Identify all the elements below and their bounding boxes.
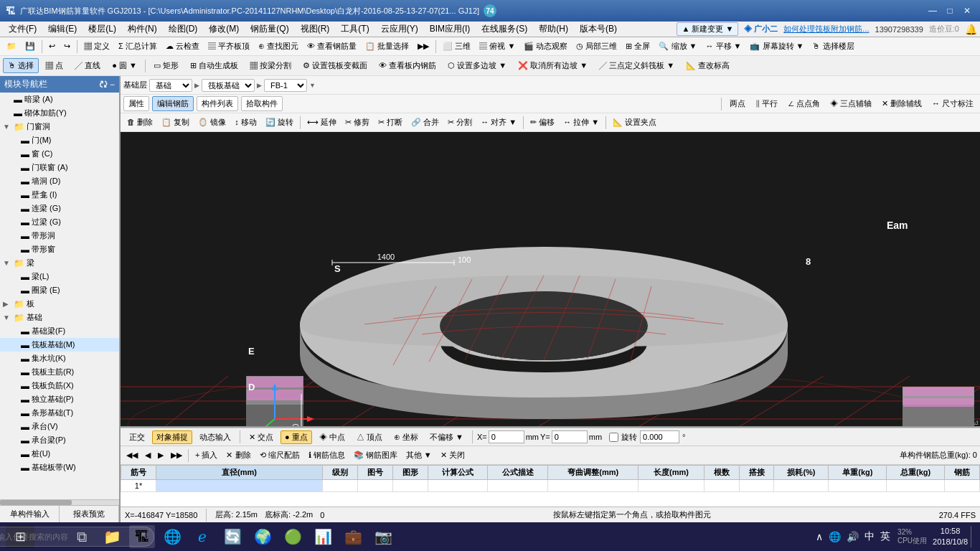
- tree-item-door[interactable]: ▬ 门(M): [0, 133, 119, 147]
- taskbar-task-view[interactable]: ⧉: [69, 525, 95, 548]
- trim-btn[interactable]: ✂ 修剪: [341, 115, 373, 130]
- tree-item-pile[interactable]: ▬ 桩(U): [0, 447, 119, 461]
- mirror-btn[interactable]: 🪞 镜像: [194, 115, 230, 130]
- tree-item-cap-beam[interactable]: ▬ 承台梁(P): [0, 433, 119, 447]
- select-floor-btn[interactable]: 🖱 选择楼层: [809, 39, 857, 54]
- fullscreen-btn[interactable]: ⊞ 全屏: [622, 39, 654, 54]
- brand-link[interactable]: ◈ 广小二: [744, 24, 778, 34]
- tree-item-masonry[interactable]: ▬ 砌体加筋(Y): [0, 106, 119, 120]
- rotate-input[interactable]: [640, 430, 679, 443]
- copy-btn[interactable]: 📋 复制: [158, 115, 193, 130]
- three-axis-btn[interactable]: ◈ 三点辅轴: [826, 96, 875, 111]
- screen-rotate-btn[interactable]: 📺 屏幕旋转 ▼: [746, 39, 807, 54]
- last-btn[interactable]: ▶▶: [168, 449, 185, 461]
- cloud-check-btn[interactable]: ☁ 云检查: [162, 39, 203, 54]
- batch-select-btn[interactable]: 📋 批量选择: [362, 39, 413, 54]
- rebar-lib-btn[interactable]: 📚 钢筋图库: [350, 448, 401, 463]
- menu-help[interactable]: 帮助(H): [533, 22, 574, 37]
- tree-item-anbeam[interactable]: ▬ 暗梁 (A): [0, 93, 119, 106]
- view-steel-btn[interactable]: 👁 查看钢筋量: [303, 39, 360, 54]
- menu-online[interactable]: 在线服务(S): [476, 22, 533, 37]
- show-desktop-btn[interactable]: [971, 526, 974, 547]
- align-top-btn[interactable]: ▤ 平齐板顶: [204, 39, 253, 54]
- tree-item-slab-group[interactable]: ▶ 📁 板: [0, 297, 119, 311]
- open-btn[interactable]: 📁: [3, 39, 20, 53]
- dynamic-obs-btn[interactable]: 🎬 动态观察: [520, 39, 571, 54]
- cell-dia[interactable]: [156, 480, 322, 492]
- tree-item-niche[interactable]: ▬ 壁龛 (I): [0, 188, 119, 202]
- tree-item-beam[interactable]: ▬ 梁(L): [0, 270, 119, 283]
- vertex-btn[interactable]: △ 顶点: [352, 430, 387, 444]
- rect-mode-btn[interactable]: ▭ 矩形: [149, 58, 184, 73]
- break-btn[interactable]: ✂ 打断: [374, 115, 406, 130]
- x-input[interactable]: [489, 430, 524, 443]
- tree-item-foundation-group[interactable]: ▼ 📁 基础: [0, 311, 119, 324]
- component-list-btn[interactable]: 构件列表: [197, 96, 238, 111]
- cancel-slope-btn[interactable]: ❌ 取消所有边坡 ▼: [513, 58, 593, 73]
- local-3d-btn[interactable]: ◷ 局部三维: [573, 39, 621, 54]
- tree-item-raft-neg[interactable]: ▬ 筏板负筋(X): [0, 379, 119, 392]
- maximize-btn[interactable]: □: [943, 4, 957, 17]
- tree-scrollbar[interactable]: [0, 499, 119, 505]
- set-slope-btn[interactable]: ⬡ 设置多边坡 ▼: [443, 58, 512, 73]
- pan-btn[interactable]: ↔ 平移 ▼: [702, 39, 745, 54]
- point-mode-btn[interactable]: ▦ 点: [40, 58, 68, 73]
- dim-btn[interactable]: ↔ 尺寸标注: [928, 96, 977, 111]
- insert-rebar-btn[interactable]: + 插入: [192, 448, 221, 463]
- taskbar-app3[interactable]: 🟢: [280, 525, 306, 548]
- taskbar-app4[interactable]: 📊: [310, 525, 336, 548]
- menu-file[interactable]: 文件(F): [3, 22, 42, 37]
- y-input[interactable]: [552, 430, 588, 443]
- tray-volume[interactable]: 🔊: [845, 529, 860, 544]
- menu-steel[interactable]: 钢筋量(Q): [245, 22, 294, 37]
- zoom-btn[interactable]: 🔍 缩放 ▼: [655, 39, 700, 54]
- select-mode-btn[interactable]: 🖱 选择: [3, 58, 39, 73]
- grip-btn[interactable]: 📐 设置夹点: [609, 115, 660, 130]
- tray-network[interactable]: 🌐: [827, 529, 842, 544]
- window-controls[interactable]: — □ ✕: [925, 4, 974, 17]
- line-mode-btn[interactable]: ╱ 直线: [70, 58, 105, 73]
- tree-item-isolated-found[interactable]: ▬ 独立基础(P): [0, 392, 119, 406]
- tree-item-window[interactable]: ▬ 窗 (C): [0, 147, 119, 161]
- taskbar-app6[interactable]: 📷: [370, 525, 396, 548]
- menu-view[interactable]: 视图(R): [295, 22, 336, 37]
- next-btn[interactable]: ▶: [155, 449, 166, 461]
- delete-btn[interactable]: 🗑 删除: [123, 115, 156, 130]
- find-btn[interactable]: ⊕ 查找图元: [255, 39, 302, 54]
- close-btn[interactable]: ✕: [960, 4, 974, 17]
- move-btn[interactable]: ↕ 移动: [231, 115, 260, 130]
- extend-btn[interactable]: ⟷ 延伸: [303, 115, 340, 130]
- split-beam-btn[interactable]: ▦ 按梁分割: [245, 58, 296, 73]
- dia-input[interactable]: [159, 481, 319, 490]
- sum-btn[interactable]: Σ 汇总计算: [115, 39, 161, 54]
- taskbar-clock[interactable]: 10:58 2018/10/8: [933, 526, 968, 548]
- nav-controls[interactable]: 🗘 −: [99, 80, 115, 90]
- tree-item-cap[interactable]: ▬ 承台(V): [0, 420, 119, 433]
- tree-item-strip-found[interactable]: ▬ 条形基础(T): [0, 406, 119, 420]
- intersect-btn[interactable]: ✕ 交点: [245, 430, 278, 444]
- menu-tools[interactable]: 工具(T): [335, 22, 374, 37]
- tray-expand[interactable]: ∧: [814, 529, 824, 544]
- tree-item-over-beam[interactable]: ▬ 过梁 (G): [0, 215, 119, 229]
- other-btn[interactable]: 其他 ▼: [402, 448, 435, 463]
- taskbar-ie[interactable]: ℯ: [189, 525, 215, 548]
- undo-btn[interactable]: ↩: [45, 39, 59, 53]
- tree-item-found-strip[interactable]: ▬ 基础板带(W): [0, 461, 119, 474]
- tree-item-beam-group[interactable]: ▼ 📁 梁: [0, 256, 119, 270]
- help-link[interactable]: 如何处理筏板附加钢筋...: [783, 24, 869, 34]
- height-btn[interactable]: 📐 查改标高: [681, 58, 735, 73]
- rotate-btn[interactable]: 🔄 旋转: [262, 115, 297, 130]
- merge-btn[interactable]: 🔗 合并: [407, 115, 443, 130]
- angle-btn[interactable]: ∠ 点点角: [784, 96, 824, 111]
- tray-chinese[interactable]: 中: [863, 529, 876, 545]
- tree-item-found-beam[interactable]: ▬ 基础梁(F): [0, 324, 119, 338]
- tree-item-ring-beam[interactable]: ▬ 圈梁 (E): [0, 283, 119, 297]
- del-axis-btn[interactable]: ✕ 删除辅线: [878, 96, 925, 111]
- tree-item-door-window[interactable]: ▬ 门联窗 (A): [0, 161, 119, 174]
- coord-btn[interactable]: ⊕ 坐标: [390, 430, 423, 444]
- menu-edit[interactable]: 编辑(E): [42, 22, 83, 37]
- define-btn[interactable]: ▦ 定义: [80, 39, 113, 54]
- tree-item-sump[interactable]: ▬ 集水坑(K): [0, 352, 119, 365]
- tree-item-raft[interactable]: ▬ 筏板基础(M): [0, 338, 119, 352]
- pick-component-btn[interactable]: 拾取构件: [241, 96, 283, 111]
